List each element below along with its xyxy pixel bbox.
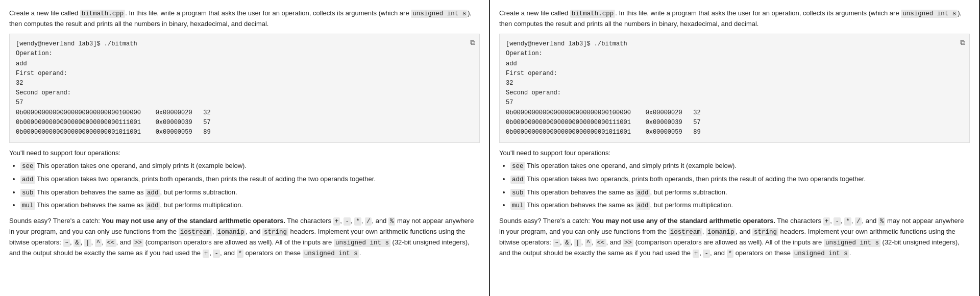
left-terminal-line-10: 0b00000000000000000000000001011001 0x000… — [16, 128, 473, 137]
left-final2: - — [213, 250, 220, 258]
left-terminal-line-5: 32 — [16, 79, 473, 88]
right-panel: Create a new file called bitmath.cpp. In… — [490, 0, 980, 296]
list-item: mul This operation behaves the same as a… — [510, 200, 970, 211]
left-ops-mult: * — [354, 217, 361, 226]
right-terminal-line-9: 0b00000000000000000000000000111001 0x000… — [506, 118, 963, 128]
left-terminal-line-1: [wendy@neverland lab3]$ ./bitmath — [16, 39, 473, 49]
right-bold-warning: You may not use any of the standard arit… — [592, 217, 775, 225]
left-terminal-line-4: First operand: — [16, 69, 473, 79]
left-bit2: & — [74, 239, 81, 247]
left-terminal-line-3: add — [16, 59, 473, 69]
list-item: mul This operation behaves the same as a… — [20, 200, 480, 211]
left-ops-chars: + — [333, 217, 340, 226]
left-ops-mod: % — [388, 217, 396, 226]
r-op-add-ref: add — [635, 189, 650, 197]
right-lib2: iomanip — [706, 228, 736, 236]
left-type3: unsigned int s — [303, 250, 359, 258]
list-item: add This operation takes two operands, p… — [20, 174, 480, 185]
left-bit5: << — [106, 239, 116, 247]
right-terminal-line-5: 32 — [506, 79, 963, 88]
op-sub: sub — [20, 189, 35, 197]
right-bit3: | — [574, 239, 581, 247]
left-bit6: >> — [133, 239, 143, 247]
right-intro: Create a new file called bitmath.cpp. In… — [499, 8, 970, 29]
left-final1: + — [203, 250, 210, 258]
right-ops-chars: + — [823, 217, 830, 226]
left-copy-icon[interactable]: ⧉ — [470, 37, 475, 48]
left-terminal-line-6: Second operand: — [16, 88, 473, 98]
left-lib3: string — [262, 228, 288, 236]
right-terminal-line-4: First operand: — [506, 69, 963, 79]
left-ops-minus: - — [344, 217, 351, 226]
right-terminal-line-1: [wendy@neverland lab3]$ ./bitmath — [506, 39, 963, 49]
left-intro: Create a new file called bitmath.cpp. In… — [9, 8, 480, 29]
left-filename: bitmath.cpp — [80, 10, 126, 18]
list-item: add This operation takes two operands, p… — [510, 174, 970, 185]
list-item: see This operation takes one operand, an… — [20, 161, 480, 171]
left-terminal-line-2: Operation: — [16, 49, 473, 59]
right-type: unsigned int s — [901, 10, 958, 18]
right-catch-text: Sounds easy? There's a catch: You may no… — [499, 216, 970, 259]
right-bit1: ~ — [553, 239, 560, 247]
r-op-add: add — [510, 176, 525, 184]
right-terminal-line-2: Operation: — [506, 49, 963, 59]
left-lib2: iomanip — [216, 228, 246, 236]
right-final2: - — [703, 250, 710, 258]
op-add-ref: add — [145, 189, 160, 197]
left-type: unsigned int s — [411, 10, 468, 18]
left-terminal: ⧉ [wendy@neverland lab3]$ ./bitmath Oper… — [9, 34, 480, 143]
right-type2: unsigned int s — [824, 239, 880, 247]
left-bold-warning: You may not use any of the standard arit… — [102, 217, 285, 225]
left-terminal-line-8: 0b00000000000000000000000000100000 0x000… — [16, 108, 473, 118]
right-ops-minus: - — [834, 217, 841, 226]
left-lib1: iostream — [179, 228, 212, 236]
left-terminal-line-9: 0b00000000000000000000000000111001 0x000… — [16, 118, 473, 128]
op-add-ref2: add — [145, 202, 160, 210]
right-operations-list: see This operation takes one operand, an… — [510, 161, 970, 211]
left-bit4: ^ — [95, 239, 102, 247]
left-catch-text: Sounds easy? There's a catch: You may no… — [9, 216, 480, 259]
right-terminal-line-3: add — [506, 59, 963, 69]
right-terminal-line-7: 57 — [506, 98, 963, 108]
right-bit4: ^ — [585, 239, 592, 247]
right-terminal-line-10: 0b00000000000000000000000001011001 0x000… — [506, 128, 963, 137]
right-operations-title: You'll need to support four operations: — [499, 149, 970, 157]
op-mul: mul — [20, 202, 35, 210]
right-type3: unsigned int s — [793, 250, 849, 258]
left-bit3: | — [84, 239, 91, 247]
right-bit2: & — [564, 239, 571, 247]
right-final3: * — [727, 250, 734, 258]
right-ops-div: / — [855, 217, 862, 226]
right-copy-icon[interactable]: ⧉ — [960, 37, 965, 48]
r-op-add-ref2: add — [635, 202, 650, 210]
r-op-sub: sub — [510, 189, 525, 197]
list-item: see This operation takes one operand, an… — [510, 161, 970, 171]
left-panel: Create a new file called bitmath.cpp. In… — [0, 0, 490, 296]
op-see: see — [20, 162, 35, 170]
right-bit5: << — [596, 239, 606, 247]
right-bit6: >> — [623, 239, 633, 247]
right-terminal-line-8: 0b00000000000000000000000000100000 0x000… — [506, 108, 963, 118]
left-operations-list: see This operation takes one operand, an… — [20, 161, 480, 211]
list-item: sub This operation behaves the same as a… — [510, 187, 970, 198]
right-final1: + — [693, 250, 700, 258]
left-operations-title: You'll need to support four operations: — [9, 149, 480, 157]
left-terminal-line-7: 57 — [16, 98, 473, 108]
left-ops-div: / — [365, 217, 372, 226]
right-lib1: iostream — [669, 228, 702, 236]
right-ops-mult: * — [844, 217, 851, 226]
right-terminal-line-6: Second operand: — [506, 88, 963, 98]
left-bit1: ~ — [63, 239, 70, 247]
list-item: sub This operation behaves the same as a… — [20, 187, 480, 198]
right-ops-mod: % — [878, 217, 886, 226]
r-op-see: see — [510, 162, 525, 170]
left-final3: * — [237, 250, 244, 258]
right-filename: bitmath.cpp — [570, 10, 616, 18]
op-add: add — [20, 176, 35, 184]
right-lib3: string — [752, 228, 778, 236]
right-terminal: ⧉ [wendy@neverland lab3]$ ./bitmath Oper… — [499, 34, 970, 143]
r-op-mul: mul — [510, 202, 525, 210]
left-type2: unsigned int s — [334, 239, 390, 247]
